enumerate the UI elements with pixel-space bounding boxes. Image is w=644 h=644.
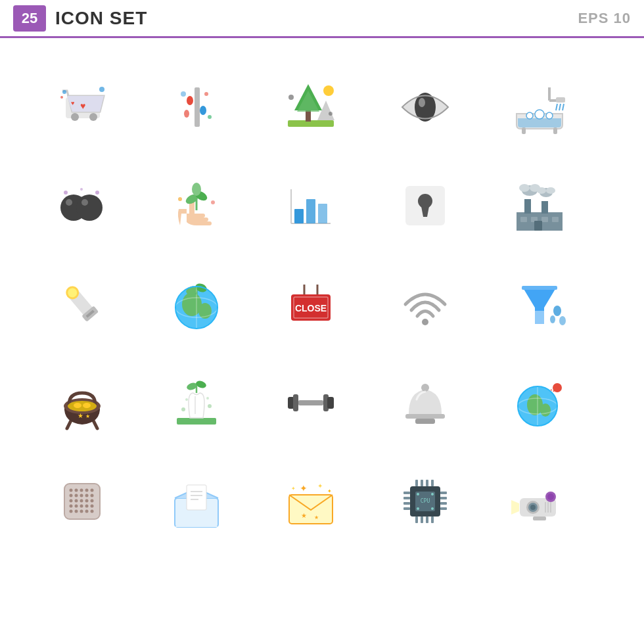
svg-point-62 xyxy=(546,187,555,194)
close-sign-icon: CLOSE xyxy=(275,268,347,340)
bubbles-icon xyxy=(46,170,118,242)
earth-plant-icon xyxy=(160,268,233,340)
svg-rect-204 xyxy=(533,517,546,520)
icon-grid: ♥ ♥ xyxy=(39,64,605,544)
svg-rect-177 xyxy=(403,507,410,510)
svg-rect-51 xyxy=(306,199,315,223)
svg-text:✦: ✦ xyxy=(317,482,323,490)
projector-icon xyxy=(503,465,576,538)
list-item xyxy=(382,262,468,347)
svg-point-2 xyxy=(89,113,97,121)
svg-text:✦: ✦ xyxy=(291,486,296,492)
svg-point-21 xyxy=(288,95,294,100)
svg-rect-175 xyxy=(403,497,410,499)
svg-line-98 xyxy=(93,421,97,428)
svg-point-134 xyxy=(85,489,89,492)
svg-point-112 xyxy=(185,398,188,401)
svg-rect-66 xyxy=(520,217,527,222)
rain-gauge-icon xyxy=(160,71,233,143)
keyhole-icon xyxy=(389,170,461,242)
svg-point-137 xyxy=(75,494,78,497)
list-item xyxy=(154,64,239,150)
svg-rect-69 xyxy=(552,217,559,222)
svg-text:♥: ♥ xyxy=(80,101,85,111)
svg-point-131 xyxy=(70,489,73,492)
list-item xyxy=(154,459,239,544)
svg-point-144 xyxy=(85,499,89,503)
list-item: ♥ ♥ xyxy=(39,64,125,150)
list-item: ★ ★ xyxy=(39,360,125,446)
list-item xyxy=(497,459,582,544)
svg-point-22 xyxy=(329,112,333,116)
svg-point-197 xyxy=(530,505,536,510)
svg-point-111 xyxy=(208,404,212,408)
svg-rect-185 xyxy=(431,480,434,486)
svg-rect-8 xyxy=(195,87,200,127)
svg-point-142 xyxy=(75,499,78,503)
list-item xyxy=(382,163,468,248)
svg-line-29 xyxy=(559,104,561,110)
svg-point-24 xyxy=(419,98,425,107)
list-item xyxy=(39,459,125,544)
svg-point-9 xyxy=(187,96,193,105)
svg-point-95 xyxy=(550,315,555,323)
svg-point-148 xyxy=(80,505,83,508)
svg-rect-178 xyxy=(440,492,447,494)
svg-point-140 xyxy=(91,494,94,497)
svg-rect-65 xyxy=(541,201,548,214)
svg-point-193 xyxy=(431,507,434,510)
svg-text:★: ★ xyxy=(314,515,319,520)
svg-point-12 xyxy=(204,92,208,96)
svg-rect-188 xyxy=(426,517,428,523)
dumbbell-icon xyxy=(275,367,347,439)
svg-text:★: ★ xyxy=(301,512,307,519)
wifi-icon xyxy=(389,268,461,340)
svg-point-39 xyxy=(81,199,88,206)
svg-rect-115 xyxy=(293,394,298,411)
svg-text:★: ★ xyxy=(85,413,90,419)
svg-point-41 xyxy=(95,191,99,195)
list-item xyxy=(497,163,582,248)
svg-marker-92 xyxy=(523,288,556,311)
tooth-plant-icon xyxy=(160,367,233,439)
svg-point-7 xyxy=(60,96,63,99)
svg-rect-184 xyxy=(426,480,428,486)
svg-rect-176 xyxy=(403,502,410,505)
main-content: ♥ ♥ xyxy=(0,38,644,644)
cookie-icon xyxy=(46,465,118,538)
svg-point-153 xyxy=(80,510,83,513)
svg-text:CLOSE: CLOSE xyxy=(295,303,327,313)
svg-rect-105 xyxy=(177,418,216,425)
svg-point-20 xyxy=(323,85,334,96)
svg-rect-118 xyxy=(327,397,334,409)
svg-point-133 xyxy=(80,489,83,492)
svg-point-31 xyxy=(526,112,533,119)
svg-point-154 xyxy=(85,510,89,513)
svg-point-55 xyxy=(418,194,432,208)
cpu-chip-icon: CPU xyxy=(389,465,461,538)
list-item: ✦ ✦ ✦ ✦ ★ ★ xyxy=(268,459,354,544)
open-envelope-icon xyxy=(160,465,233,538)
svg-point-46 xyxy=(192,183,201,196)
svg-point-152 xyxy=(75,510,78,513)
list-item: CPU xyxy=(382,459,468,544)
svg-point-135 xyxy=(91,489,94,492)
svg-point-145 xyxy=(91,499,94,503)
svg-rect-181 xyxy=(440,507,447,510)
svg-point-14 xyxy=(208,115,212,119)
svg-rect-159 xyxy=(187,485,206,510)
shopping-cart-icon: ♥ ♥ xyxy=(46,71,118,143)
svg-rect-182 xyxy=(415,480,418,486)
svg-point-155 xyxy=(91,510,94,513)
svg-point-102 xyxy=(83,403,91,408)
list-item xyxy=(497,360,582,446)
bar-chart-icon xyxy=(275,170,347,242)
svg-rect-120 xyxy=(405,414,445,419)
svg-rect-96 xyxy=(522,286,557,290)
svg-point-90 xyxy=(422,319,428,325)
list-item xyxy=(268,360,354,446)
svg-line-28 xyxy=(556,104,557,110)
svg-point-37 xyxy=(76,195,103,221)
svg-rect-121 xyxy=(415,419,435,424)
svg-point-199 xyxy=(547,494,554,500)
